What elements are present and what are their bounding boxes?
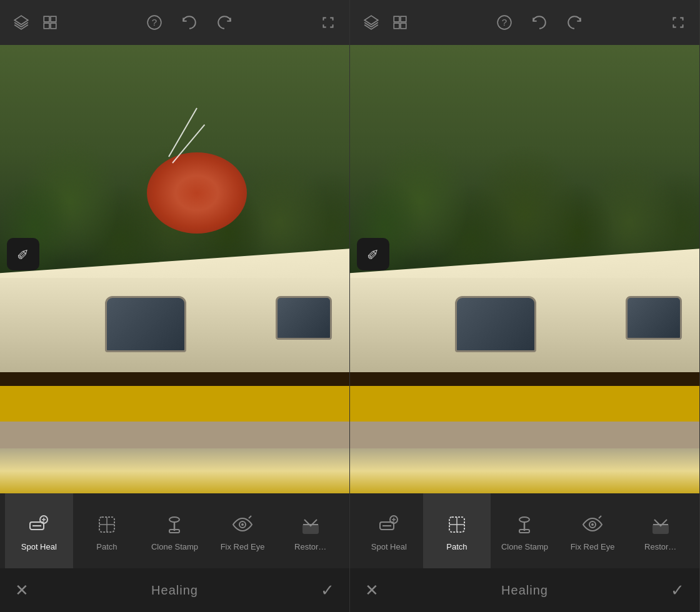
svg-rect-17 bbox=[169, 530, 179, 533]
svg-line-20 bbox=[249, 516, 251, 518]
right-toolbar: ? bbox=[350, 0, 699, 45]
restore-label: Restor… bbox=[279, 542, 342, 551]
svg-rect-40 bbox=[519, 530, 529, 533]
svg-rect-3 bbox=[44, 23, 49, 29]
scene-background bbox=[0, 45, 349, 493]
svg-rect-1 bbox=[44, 16, 49, 22]
layers-icon[interactable] bbox=[10, 11, 32, 34]
right-canvas: ✏ bbox=[350, 45, 699, 493]
right-restore-icon bbox=[647, 511, 674, 538]
left-image-area[interactable]: ✏ bbox=[0, 45, 349, 493]
right-restore-label: Restor… bbox=[629, 542, 692, 551]
patch-icon bbox=[93, 511, 121, 538]
patch-label: Patch bbox=[76, 542, 139, 551]
left-action-bar: ✕ Healing ✓ bbox=[0, 568, 349, 612]
right-expand-icon[interactable] bbox=[667, 11, 689, 34]
left-panel: ? bbox=[0, 0, 350, 612]
svg-rect-25 bbox=[401, 16, 406, 22]
right-plane-window-secondary bbox=[626, 296, 682, 340]
svg-point-38 bbox=[519, 517, 529, 522]
right-fix-red-eye-icon bbox=[579, 511, 606, 538]
redo-icon[interactable] bbox=[213, 11, 236, 34]
restore-icon bbox=[297, 511, 324, 538]
svg-line-43 bbox=[599, 516, 601, 518]
svg-point-42 bbox=[591, 523, 594, 526]
plane-window-secondary bbox=[276, 296, 332, 340]
right-tools-bar: Spot Heal Patch Clone Stamp bbox=[350, 493, 699, 568]
svg-rect-26 bbox=[394, 23, 399, 29]
right-action-title: Healing bbox=[501, 583, 548, 598]
right-cancel-button[interactable]: ✕ bbox=[365, 581, 379, 600]
right-tool-patch[interactable]: Patch bbox=[423, 493, 491, 568]
clone-stamp-icon bbox=[161, 511, 188, 538]
right-image-area[interactable]: ✏ bbox=[350, 45, 699, 493]
right-patch-icon bbox=[443, 511, 471, 538]
plane-stripe bbox=[0, 386, 349, 422]
heal-lines bbox=[154, 144, 229, 206]
spot-heal-icon bbox=[25, 511, 52, 538]
right-panel: ? bbox=[350, 0, 700, 612]
right-tool-fix-red-eye[interactable]: Fix Red Eye bbox=[559, 493, 627, 568]
right-clone-stamp-icon bbox=[511, 511, 538, 538]
left-tools-bar: Spot Heal Patch Clone Stamp bbox=[0, 493, 349, 568]
active-tool-overlay: ✏ bbox=[7, 238, 39, 270]
svg-marker-0 bbox=[14, 16, 28, 24]
fix-red-eye-icon bbox=[229, 511, 256, 538]
right-active-tool-overlay: ✏ bbox=[357, 238, 389, 270]
left-canvas: ✏ bbox=[0, 45, 349, 493]
spot-heal-label: Spot Heal bbox=[8, 542, 71, 551]
right-plane-stripe bbox=[350, 386, 699, 422]
svg-rect-4 bbox=[51, 23, 56, 29]
svg-marker-23 bbox=[364, 16, 378, 24]
right-help-icon[interactable]: ? bbox=[493, 11, 516, 34]
help-icon[interactable]: ? bbox=[143, 11, 166, 34]
right-patch-label: Patch bbox=[426, 542, 489, 551]
left-tool-restore[interactable]: Restor… bbox=[276, 493, 344, 568]
left-tool-fix-red-eye[interactable]: Fix Red Eye bbox=[209, 493, 277, 568]
left-tool-clone-stamp[interactable]: Clone Stamp bbox=[141, 493, 209, 568]
left-cancel-button[interactable]: ✕ bbox=[15, 581, 29, 600]
right-plane-window-main bbox=[455, 296, 536, 352]
svg-point-15 bbox=[169, 517, 179, 522]
right-confirm-button[interactable]: ✓ bbox=[671, 581, 684, 600]
left-confirm-button[interactable]: ✓ bbox=[321, 581, 334, 600]
left-toolbar: ? bbox=[0, 0, 349, 45]
right-grid-icon[interactable] bbox=[389, 11, 411, 34]
svg-rect-21 bbox=[303, 525, 318, 533]
right-redo-icon[interactable] bbox=[563, 11, 586, 34]
svg-rect-24 bbox=[394, 16, 399, 22]
right-spot-heal-icon bbox=[375, 511, 402, 538]
right-clone-stamp-label: Clone Stamp bbox=[493, 542, 556, 551]
svg-text:?: ? bbox=[151, 17, 156, 27]
svg-rect-27 bbox=[401, 23, 406, 29]
right-tool-clone-stamp[interactable]: Clone Stamp bbox=[491, 493, 559, 568]
brush-icon: ✏ bbox=[12, 244, 34, 265]
right-tool-spot-heal[interactable]: Spot Heal bbox=[355, 493, 423, 568]
fix-red-eye-label: Fix Red Eye bbox=[211, 542, 274, 551]
svg-text:?: ? bbox=[501, 17, 506, 27]
svg-point-19 bbox=[241, 523, 244, 526]
right-fix-red-eye-label: Fix Red Eye bbox=[561, 542, 624, 551]
grid-icon[interactable] bbox=[39, 11, 61, 34]
undo-icon[interactable] bbox=[178, 11, 201, 34]
svg-rect-44 bbox=[653, 525, 668, 533]
right-brush-icon: ✏ bbox=[362, 244, 384, 265]
right-layers-icon[interactable] bbox=[360, 11, 382, 34]
left-tool-patch[interactable]: Patch bbox=[73, 493, 141, 568]
left-action-title: Healing bbox=[151, 583, 198, 598]
right-undo-icon[interactable] bbox=[528, 11, 551, 34]
right-action-bar: ✕ Healing ✓ bbox=[350, 568, 699, 612]
svg-rect-2 bbox=[51, 16, 56, 22]
plane-window-main bbox=[105, 296, 186, 352]
right-spot-heal-label: Spot Heal bbox=[358, 542, 421, 551]
clone-stamp-label: Clone Stamp bbox=[143, 542, 206, 551]
right-scene-background bbox=[350, 45, 699, 493]
right-tool-restore[interactable]: Restor… bbox=[626, 493, 694, 568]
left-tool-spot-heal[interactable]: Spot Heal bbox=[5, 493, 73, 568]
expand-icon[interactable] bbox=[317, 11, 339, 34]
